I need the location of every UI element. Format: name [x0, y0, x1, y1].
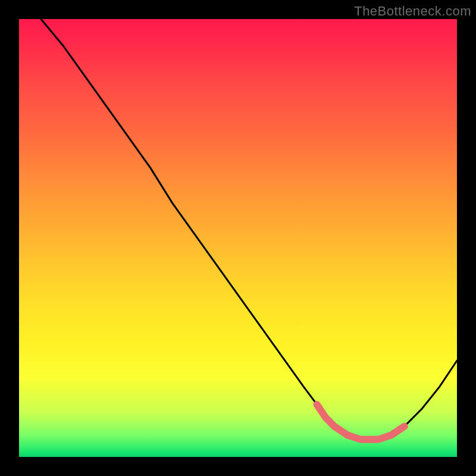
chart-frame: TheBottleneck.com [0, 0, 476, 476]
plot-area [19, 19, 457, 457]
curve-layer [19, 19, 457, 457]
watermark-text: TheBottleneck.com [354, 4, 471, 19]
pink-highlight [317, 405, 405, 440]
black-curve [41, 19, 457, 440]
